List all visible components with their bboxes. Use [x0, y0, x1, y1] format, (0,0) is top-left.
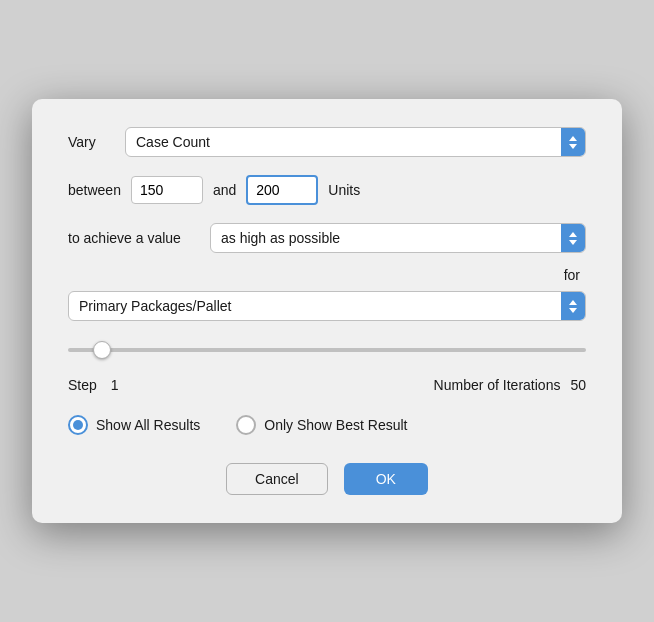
for-label: for: [564, 267, 586, 283]
primary-row: Primary Packages/Pallet: [68, 291, 586, 321]
primary-select-wrapper[interactable]: Primary Packages/Pallet: [68, 291, 586, 321]
between-label: between: [68, 182, 121, 198]
show-all-results-radio[interactable]: Show All Results: [68, 415, 200, 435]
chevron-down-icon: [569, 144, 577, 149]
show-all-radio-inner: [73, 420, 83, 430]
best-result-radio-circle[interactable]: [236, 415, 256, 435]
step-row: Step 1 Number of Iterations 50: [68, 377, 586, 393]
min-value-input[interactable]: [131, 176, 203, 204]
show-all-label: Show All Results: [96, 417, 200, 433]
max-value-input[interactable]: [246, 175, 318, 205]
main-dialog: Vary Case Count between and Units to ach…: [32, 99, 622, 523]
step-value: 1: [111, 377, 119, 393]
between-row: between and Units: [68, 175, 586, 205]
slider-input[interactable]: [68, 348, 586, 352]
cancel-button[interactable]: Cancel: [226, 463, 328, 495]
vary-label: Vary: [68, 134, 113, 150]
vary-select-wrapper[interactable]: Case Count: [125, 127, 586, 157]
achieve-label: to achieve a value: [68, 230, 198, 246]
iterations-value: 50: [570, 377, 586, 393]
primary-select-value: Primary Packages/Pallet: [69, 293, 561, 319]
vary-row: Vary Case Count: [68, 127, 586, 157]
primary-chevron-down-icon: [569, 308, 577, 313]
achieve-row: to achieve a value as high as possible: [68, 223, 586, 253]
radio-row: Show All Results Only Show Best Result: [68, 415, 586, 435]
and-label: and: [213, 182, 236, 198]
achieve-select-value: as high as possible: [211, 225, 561, 251]
show-all-radio-circle[interactable]: [68, 415, 88, 435]
best-result-label: Only Show Best Result: [264, 417, 407, 433]
step-label: Step: [68, 377, 97, 393]
vary-select-button[interactable]: [561, 128, 585, 156]
achieve-select-wrapper[interactable]: as high as possible: [210, 223, 586, 253]
iterations-label: Number of Iterations: [434, 377, 561, 393]
button-row: Cancel OK: [68, 463, 586, 495]
units-label: Units: [328, 182, 360, 198]
slider-row: [68, 335, 586, 359]
best-result-radio[interactable]: Only Show Best Result: [236, 415, 407, 435]
vary-select-value: Case Count: [126, 129, 561, 155]
primary-select-button[interactable]: [561, 292, 585, 320]
for-row: for: [68, 267, 586, 283]
achieve-chevron-up-icon: [569, 232, 577, 237]
chevron-up-icon: [569, 136, 577, 141]
achieve-select-button[interactable]: [561, 224, 585, 252]
primary-chevron-up-icon: [569, 300, 577, 305]
ok-button[interactable]: OK: [344, 463, 428, 495]
achieve-chevron-down-icon: [569, 240, 577, 245]
